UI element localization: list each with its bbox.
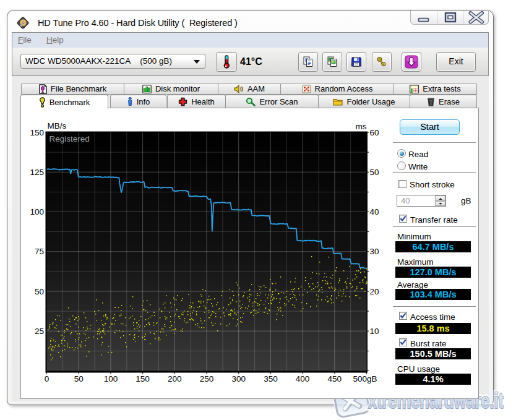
svg-text:25: 25 bbox=[35, 327, 44, 336]
svg-text:50: 50 bbox=[370, 168, 379, 177]
svg-text:250: 250 bbox=[200, 374, 214, 384]
svg-text:ms: ms bbox=[356, 122, 367, 131]
svg-text:500gB: 500gB bbox=[353, 374, 377, 384]
svg-text:20: 20 bbox=[370, 287, 379, 296]
svg-text:MB/s: MB/s bbox=[48, 121, 67, 131]
svg-text:40: 40 bbox=[370, 207, 379, 216]
svg-text:Registered: Registered bbox=[49, 134, 90, 144]
svg-text:200: 200 bbox=[168, 374, 182, 384]
svg-text:150: 150 bbox=[30, 128, 44, 137]
svg-text:50: 50 bbox=[35, 287, 44, 296]
svg-text:450: 450 bbox=[328, 374, 342, 384]
svg-text:30: 30 bbox=[370, 247, 379, 256]
svg-text:400: 400 bbox=[296, 374, 310, 384]
svg-text:60: 60 bbox=[370, 128, 379, 137]
svg-text:100: 100 bbox=[104, 374, 118, 384]
svg-text:100: 100 bbox=[30, 207, 44, 216]
svg-text:125: 125 bbox=[30, 168, 44, 177]
svg-text:0: 0 bbox=[45, 374, 49, 384]
svg-text:50: 50 bbox=[74, 374, 84, 384]
svg-text:300: 300 bbox=[231, 374, 246, 384]
svg-text:350: 350 bbox=[264, 374, 278, 384]
svg-text:10: 10 bbox=[370, 327, 379, 336]
svg-text:150: 150 bbox=[135, 374, 150, 384]
svg-text:75: 75 bbox=[35, 247, 44, 256]
